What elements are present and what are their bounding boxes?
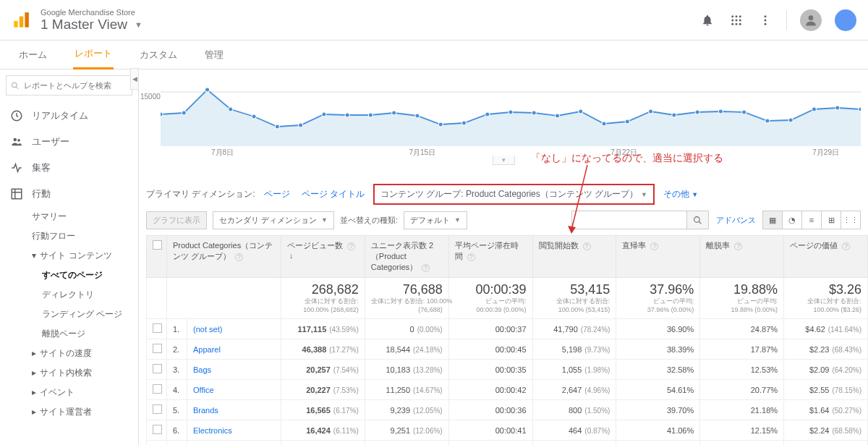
- table-search-button[interactable]: [687, 211, 709, 229]
- top-nav: ホーム レポート カスタム 管理: [0, 41, 868, 69]
- svg-point-56: [694, 216, 700, 222]
- sidebar-item-user[interactable]: ユーザー: [0, 129, 138, 155]
- table-row: 6.Electronics16,424(6.11%)9,251(12.06%)0…: [147, 420, 868, 441]
- ga-logo-icon: [12, 11, 30, 30]
- chevron-down-icon: ▼: [135, 20, 142, 29]
- sidebar-sub[interactable]: 行動フロー: [0, 226, 138, 246]
- svg-point-50: [788, 118, 793, 122]
- svg-point-26: [229, 107, 233, 111]
- sidebar-sub[interactable]: サマリー: [0, 207, 138, 226]
- more-icon[interactable]: [757, 12, 773, 28]
- row-link[interactable]: Bags: [193, 365, 211, 374]
- account-sub: Google Merchandise Store: [41, 8, 142, 17]
- dim-other[interactable]: その他 ▼: [660, 187, 701, 202]
- svg-point-5: [739, 15, 741, 17]
- dim-page[interactable]: ページ: [261, 187, 293, 202]
- search-input[interactable]: [24, 81, 127, 90]
- sidebar-item-behavior[interactable]: 行動: [0, 181, 138, 207]
- sort-dropdown[interactable]: デフォルト▼: [404, 211, 467, 229]
- col-name: Product Categories（コンテンツ グループ） ?: [167, 236, 281, 278]
- svg-point-51: [812, 107, 816, 111]
- row-link[interactable]: Apparel: [193, 345, 221, 354]
- table-row: 2.Apparel46,388(17.27%)18,544(24.18%)00:…: [147, 339, 868, 360]
- tab-home[interactable]: ホーム: [17, 41, 48, 69]
- view-pivot-icon[interactable]: ⋮⋮: [841, 211, 861, 229]
- svg-point-32: [368, 113, 373, 117]
- controls-row: グラフに表示 セカンダリ ディメンション▼ 並べ替えの種類: デフォルト▼ アド…: [146, 211, 861, 229]
- svg-point-12: [765, 15, 767, 17]
- col-checkbox[interactable]: [147, 236, 167, 278]
- view-table-icon[interactable]: ▦: [762, 211, 783, 229]
- tab-custom[interactable]: カスタム: [138, 41, 179, 69]
- apps-icon[interactable]: [728, 12, 744, 28]
- svg-point-42: [602, 122, 606, 126]
- sidebar-sub[interactable]: ▸ サイトの速度: [0, 344, 138, 363]
- svg-point-48: [742, 110, 746, 114]
- svg-point-13: [765, 19, 767, 21]
- row-link[interactable]: (not set): [193, 325, 222, 334]
- dim-page-title[interactable]: ページ タイトル: [299, 187, 367, 202]
- tab-admin[interactable]: 管理: [203, 41, 225, 69]
- chart-expand-handle[interactable]: ▾: [493, 156, 515, 165]
- sidebar-sub[interactable]: ▸ イベント: [0, 383, 138, 402]
- view-pie-icon[interactable]: ◔: [782, 211, 802, 229]
- account-selector[interactable]: Google Merchandise Store 1 Master View▼: [41, 8, 142, 33]
- col-metric[interactable]: ページの価値 ?: [784, 236, 868, 278]
- sidebar-sub[interactable]: すべてのページ: [0, 266, 138, 285]
- view-compare-icon[interactable]: ⊞: [821, 211, 841, 229]
- svg-point-43: [625, 119, 629, 124]
- sidebar-sub[interactable]: 離脱ページ: [0, 324, 138, 344]
- clock-icon: [10, 109, 23, 122]
- sidebar-item-clock[interactable]: リアルタイム: [0, 103, 138, 129]
- svg-point-30: [322, 112, 326, 116]
- bell-icon[interactable]: [699, 12, 715, 28]
- account-icon[interactable]: [800, 9, 822, 31]
- svg-point-6: [731, 19, 733, 21]
- dim-content-group[interactable]: コンテンツ グループ: Product Categories（コンテンツ グルー…: [373, 184, 655, 205]
- row-link[interactable]: Office: [193, 386, 214, 394]
- svg-point-23: [161, 112, 163, 116]
- svg-point-4: [736, 15, 738, 17]
- svg-rect-0: [14, 21, 17, 27]
- sidebar-sub[interactable]: ▾ サイト コンテンツ: [0, 246, 138, 266]
- sidebar-sub[interactable]: ディレクトリ: [0, 285, 138, 305]
- tab-report[interactable]: レポート: [73, 41, 114, 69]
- svg-point-44: [649, 109, 653, 114]
- svg-point-38: [509, 110, 513, 114]
- advanced-link[interactable]: アドバンス: [716, 215, 756, 226]
- chevron-down-icon: ▼: [641, 191, 647, 198]
- view-bar-icon[interactable]: ≡: [801, 211, 822, 229]
- secondary-dim-dropdown[interactable]: セカンダリ ディメンション▼: [213, 211, 334, 229]
- primary-dim-label: プライマリ ディメンション:: [146, 188, 255, 200]
- col-metric[interactable]: 直帰率 ?: [616, 236, 700, 278]
- search-input-wrap[interactable]: [6, 75, 132, 96]
- row-link[interactable]: Brands: [193, 406, 218, 415]
- col-metric[interactable]: ページビュー数 ? ↓: [281, 236, 365, 278]
- svg-rect-21: [12, 189, 22, 199]
- user-icon: [10, 135, 23, 148]
- annotation-arrow-icon: [566, 165, 595, 237]
- sidebar-sub[interactable]: ▸ サイト内検索: [0, 363, 138, 383]
- sidebar: ◀ リアルタイムユーザー集客行動 サマリー行動フロー▾ サイト コンテンツすべて…: [0, 69, 139, 445]
- col-metric[interactable]: 離脱率 ?: [700, 236, 784, 278]
- svg-line-17: [16, 86, 18, 88]
- sidebar-item-acq[interactable]: 集客: [0, 155, 138, 181]
- svg-point-28: [275, 124, 279, 129]
- sidebar-collapse-icon[interactable]: ◀: [130, 68, 139, 90]
- row-link[interactable]: Electronics: [193, 426, 232, 435]
- show-in-graph-button[interactable]: グラフに表示: [146, 211, 207, 229]
- svg-point-3: [731, 15, 733, 17]
- svg-point-37: [485, 112, 490, 116]
- col-metric[interactable]: 平均ページ滞在時間 ?: [448, 236, 532, 278]
- svg-point-11: [739, 22, 741, 25]
- sidebar-sub[interactable]: ランディング ページ: [0, 305, 138, 324]
- svg-point-33: [392, 111, 396, 115]
- col-metric[interactable]: ユニーク表示数 2（Product Categories） ?: [365, 236, 448, 278]
- sort-label: 並べ替えの種類:: [340, 215, 398, 226]
- col-metric[interactable]: 閲覧開始数 ?: [532, 236, 616, 278]
- table-row: 5.Brands16,565(6.17%)9,239(12.05%)00:00:…: [147, 400, 868, 420]
- table-row: 1.(not set)117,115(43.59%)0(0.00%)00:00:…: [147, 319, 868, 339]
- table-row: 7.Lifestyle16,216(6.04%)9,701(12.65%)00:…: [147, 441, 868, 445]
- user-avatar[interactable]: [835, 9, 856, 31]
- sidebar-sub[interactable]: ▸ サイト運営者: [0, 402, 138, 422]
